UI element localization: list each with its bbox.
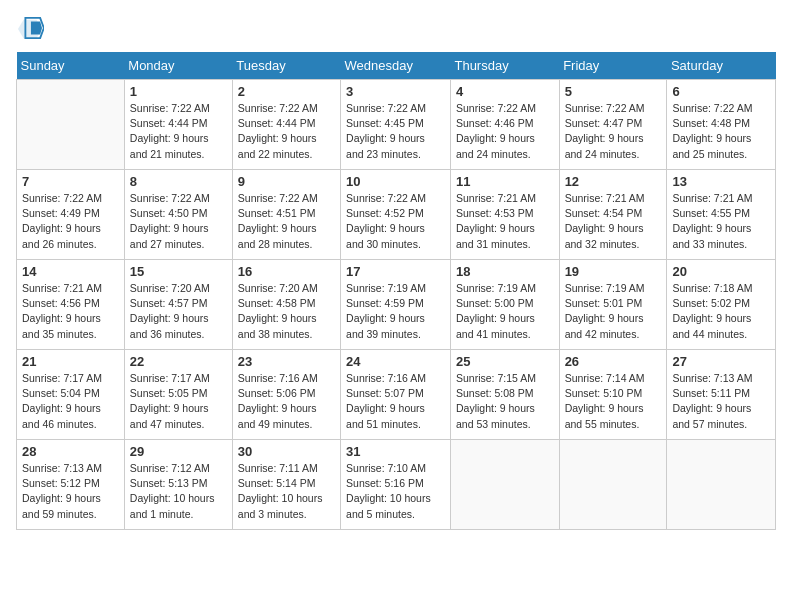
day-info: Sunrise: 7:22 AM Sunset: 4:47 PM Dayligh… [565,101,662,162]
calendar-cell: 3 Sunrise: 7:22 AM Sunset: 4:45 PM Dayli… [341,80,451,170]
day-info: Sunrise: 7:22 AM Sunset: 4:48 PM Dayligh… [672,101,770,162]
day-number: 11 [456,174,554,189]
day-number: 10 [346,174,445,189]
sunrise-text: Sunrise: 7:15 AM [456,372,536,384]
day-info: Sunrise: 7:12 AM Sunset: 5:13 PM Dayligh… [130,461,227,522]
day-info: Sunrise: 7:13 AM Sunset: 5:11 PM Dayligh… [672,371,770,432]
daylight-text: Daylight: 9 hours and 32 minutes. [565,222,644,249]
day-number: 27 [672,354,770,369]
calendar-cell: 19 Sunrise: 7:19 AM Sunset: 5:01 PM Dayl… [559,260,667,350]
calendar-cell: 9 Sunrise: 7:22 AM Sunset: 4:51 PM Dayli… [232,170,340,260]
calendar-cell: 18 Sunrise: 7:19 AM Sunset: 5:00 PM Dayl… [450,260,559,350]
daylight-text: Daylight: 9 hours and 30 minutes. [346,222,425,249]
day-number: 9 [238,174,335,189]
sunset-text: Sunset: 5:08 PM [456,387,534,399]
day-info: Sunrise: 7:11 AM Sunset: 5:14 PM Dayligh… [238,461,335,522]
sunset-text: Sunset: 5:11 PM [672,387,750,399]
sunrise-text: Sunrise: 7:22 AM [238,102,318,114]
calendar-week-row: 14 Sunrise: 7:21 AM Sunset: 4:56 PM Dayl… [17,260,776,350]
sunrise-text: Sunrise: 7:22 AM [565,102,645,114]
day-info: Sunrise: 7:22 AM Sunset: 4:49 PM Dayligh… [22,191,119,252]
day-number: 25 [456,354,554,369]
sunset-text: Sunset: 4:58 PM [238,297,316,309]
sunset-text: Sunset: 4:50 PM [130,207,208,219]
calendar-cell: 27 Sunrise: 7:13 AM Sunset: 5:11 PM Dayl… [667,350,776,440]
day-number: 29 [130,444,227,459]
sunrise-text: Sunrise: 7:11 AM [238,462,318,474]
calendar-day-header: Saturday [667,52,776,80]
daylight-text: Daylight: 9 hours and 53 minutes. [456,402,535,429]
calendar-cell: 6 Sunrise: 7:22 AM Sunset: 4:48 PM Dayli… [667,80,776,170]
day-info: Sunrise: 7:21 AM Sunset: 4:56 PM Dayligh… [22,281,119,342]
calendar-cell: 8 Sunrise: 7:22 AM Sunset: 4:50 PM Dayli… [124,170,232,260]
daylight-text: Daylight: 9 hours and 27 minutes. [130,222,209,249]
day-info: Sunrise: 7:20 AM Sunset: 4:58 PM Dayligh… [238,281,335,342]
calendar-week-row: 1 Sunrise: 7:22 AM Sunset: 4:44 PM Dayli… [17,80,776,170]
daylight-text: Daylight: 9 hours and 21 minutes. [130,132,209,159]
day-info: Sunrise: 7:14 AM Sunset: 5:10 PM Dayligh… [565,371,662,432]
daylight-text: Daylight: 9 hours and 44 minutes. [672,312,751,339]
sunrise-text: Sunrise: 7:21 AM [456,192,536,204]
day-info: Sunrise: 7:19 AM Sunset: 5:00 PM Dayligh… [456,281,554,342]
sunset-text: Sunset: 4:55 PM [672,207,750,219]
calendar-day-header: Friday [559,52,667,80]
daylight-text: Daylight: 9 hours and 35 minutes. [22,312,101,339]
calendar-week-row: 28 Sunrise: 7:13 AM Sunset: 5:12 PM Dayl… [17,440,776,530]
day-info: Sunrise: 7:19 AM Sunset: 5:01 PM Dayligh… [565,281,662,342]
sunset-text: Sunset: 4:44 PM [238,117,316,129]
sunset-text: Sunset: 4:54 PM [565,207,643,219]
calendar-cell: 22 Sunrise: 7:17 AM Sunset: 5:05 PM Dayl… [124,350,232,440]
day-number: 30 [238,444,335,459]
calendar-cell: 11 Sunrise: 7:21 AM Sunset: 4:53 PM Dayl… [450,170,559,260]
day-number: 7 [22,174,119,189]
day-info: Sunrise: 7:17 AM Sunset: 5:05 PM Dayligh… [130,371,227,432]
day-number: 21 [22,354,119,369]
calendar-cell: 29 Sunrise: 7:12 AM Sunset: 5:13 PM Dayl… [124,440,232,530]
sunset-text: Sunset: 4:57 PM [130,297,208,309]
calendar-cell: 28 Sunrise: 7:13 AM Sunset: 5:12 PM Dayl… [17,440,125,530]
day-number: 28 [22,444,119,459]
logo-icon [16,16,44,40]
day-info: Sunrise: 7:22 AM Sunset: 4:44 PM Dayligh… [130,101,227,162]
calendar-cell: 20 Sunrise: 7:18 AM Sunset: 5:02 PM Dayl… [667,260,776,350]
sunrise-text: Sunrise: 7:22 AM [130,192,210,204]
sunset-text: Sunset: 4:52 PM [346,207,424,219]
day-number: 4 [456,84,554,99]
sunset-text: Sunset: 4:46 PM [456,117,534,129]
day-info: Sunrise: 7:16 AM Sunset: 5:06 PM Dayligh… [238,371,335,432]
calendar-cell: 31 Sunrise: 7:10 AM Sunset: 5:16 PM Dayl… [341,440,451,530]
sunset-text: Sunset: 5:00 PM [456,297,534,309]
daylight-text: Daylight: 9 hours and 24 minutes. [456,132,535,159]
calendar-day-header: Monday [124,52,232,80]
daylight-text: Daylight: 9 hours and 46 minutes. [22,402,101,429]
calendar-cell: 14 Sunrise: 7:21 AM Sunset: 4:56 PM Dayl… [17,260,125,350]
calendar-cell: 16 Sunrise: 7:20 AM Sunset: 4:58 PM Dayl… [232,260,340,350]
day-number: 6 [672,84,770,99]
sunset-text: Sunset: 5:13 PM [130,477,208,489]
sunrise-text: Sunrise: 7:17 AM [22,372,102,384]
day-info: Sunrise: 7:22 AM Sunset: 4:45 PM Dayligh… [346,101,445,162]
day-number: 2 [238,84,335,99]
daylight-text: Daylight: 9 hours and 55 minutes. [565,402,644,429]
day-info: Sunrise: 7:22 AM Sunset: 4:52 PM Dayligh… [346,191,445,252]
calendar-week-row: 7 Sunrise: 7:22 AM Sunset: 4:49 PM Dayli… [17,170,776,260]
sunrise-text: Sunrise: 7:22 AM [130,102,210,114]
sunrise-text: Sunrise: 7:10 AM [346,462,426,474]
day-info: Sunrise: 7:21 AM Sunset: 4:55 PM Dayligh… [672,191,770,252]
day-number: 5 [565,84,662,99]
day-number: 8 [130,174,227,189]
day-info: Sunrise: 7:10 AM Sunset: 5:16 PM Dayligh… [346,461,445,522]
sunrise-text: Sunrise: 7:20 AM [130,282,210,294]
day-info: Sunrise: 7:21 AM Sunset: 4:53 PM Dayligh… [456,191,554,252]
sunset-text: Sunset: 5:14 PM [238,477,316,489]
calendar-cell: 30 Sunrise: 7:11 AM Sunset: 5:14 PM Dayl… [232,440,340,530]
calendar-table: SundayMondayTuesdayWednesdayThursdayFrid… [16,52,776,530]
day-info: Sunrise: 7:19 AM Sunset: 4:59 PM Dayligh… [346,281,445,342]
daylight-text: Daylight: 9 hours and 22 minutes. [238,132,317,159]
day-number: 1 [130,84,227,99]
day-info: Sunrise: 7:16 AM Sunset: 5:07 PM Dayligh… [346,371,445,432]
day-info: Sunrise: 7:21 AM Sunset: 4:54 PM Dayligh… [565,191,662,252]
daylight-text: Daylight: 9 hours and 51 minutes. [346,402,425,429]
daylight-text: Daylight: 9 hours and 36 minutes. [130,312,209,339]
day-info: Sunrise: 7:22 AM Sunset: 4:46 PM Dayligh… [456,101,554,162]
